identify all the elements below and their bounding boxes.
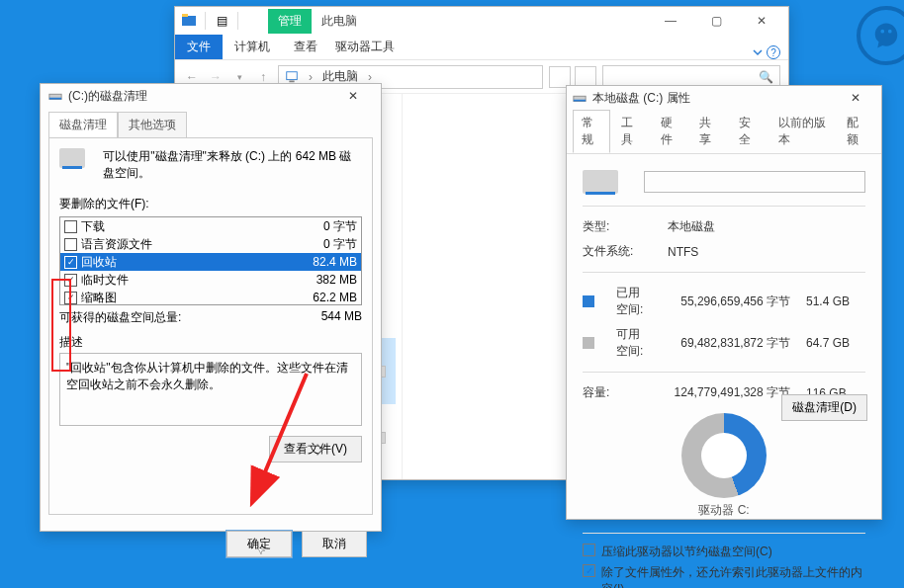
explorer-icon xyxy=(179,11,199,31)
props-title: 本地磁盘 (C:) 属性 xyxy=(592,90,690,107)
minimize-button[interactable]: — xyxy=(648,9,693,33)
file-checkbox[interactable]: ✓ xyxy=(64,256,77,269)
close-button[interactable]: ✕ xyxy=(739,9,784,33)
cleanup-icon xyxy=(48,89,62,103)
explorer-titlebar: ▤ 管理 此电脑 — ▢ ✕ xyxy=(175,7,788,35)
tab-quota[interactable]: 配额 xyxy=(838,110,875,153)
description-box: "回收站"包含你从计算机中删除的文件。这些文件在清空回收站之前不会永久删除。 xyxy=(59,353,362,426)
pc-icon xyxy=(285,70,299,84)
svg-rect-14 xyxy=(574,100,586,102)
cleanup-drive-icon xyxy=(59,148,85,168)
tab-general[interactable]: 常规 xyxy=(573,110,610,153)
svg-rect-2 xyxy=(287,71,298,79)
cleanup-ok-button[interactable]: 确定 xyxy=(226,531,292,557)
index-checkbox-row[interactable]: ✓ 除了文件属性外，还允许索引此驱动器上文件的内容(I) xyxy=(583,562,865,588)
cleanup-description: 可以使用"磁盘清理"来释放 (C:) 上的 642 MB 磁盘空间。 xyxy=(103,148,362,182)
props-close-button[interactable]: ✕ xyxy=(836,91,875,105)
file-row[interactable]: ✓缩略图62.2 MB xyxy=(60,289,361,305)
compress-checkbox-row[interactable]: 压缩此驱动器以节约磁盘空间(C) xyxy=(583,542,865,562)
cursor-icon xyxy=(256,545,266,554)
tab-security[interactable]: 安全 xyxy=(730,110,768,153)
disk-cleanup-dialog: (C:)的磁盘清理 ✕ 磁盘清理 其他选项 可以使用"磁盘清理"来释放 (C:)… xyxy=(40,83,382,532)
svg-rect-3 xyxy=(289,80,294,82)
svg-rect-0 xyxy=(182,16,196,26)
drive-icon xyxy=(573,91,587,105)
view-files-button[interactable]: 查看文件(V) xyxy=(269,436,362,462)
svg-rect-1 xyxy=(182,14,188,17)
index-checkbox[interactable]: ✓ xyxy=(583,564,595,577)
drive-properties-dialog: 本地磁盘 (C:) 属性 ✕ 常规 工具 硬件 共享 安全 以前的版本 配额 类… xyxy=(566,85,882,520)
tab-view[interactable]: 查看 xyxy=(282,35,329,59)
tab-previous[interactable]: 以前的版本 xyxy=(769,110,836,153)
cleanup-tab-main[interactable]: 磁盘清理 xyxy=(48,112,118,137)
cleanup-cancel-button[interactable]: 取消 xyxy=(302,531,367,557)
tab-drive-tools[interactable]: 驱动器工具 xyxy=(329,35,407,59)
drive-thumb-icon xyxy=(583,170,618,194)
cleanup-tab-other[interactable]: 其他选项 xyxy=(118,112,187,137)
file-checkbox[interactable] xyxy=(64,238,77,251)
disk-cleanup-button[interactable]: 磁盘清理(D) xyxy=(781,394,867,421)
file-checkbox[interactable] xyxy=(64,220,77,233)
driver-label: 驱动器 C: xyxy=(583,502,865,519)
total-recoverable: 544 MB xyxy=(321,309,362,326)
free-color-swatch xyxy=(583,337,594,349)
window-title: 此电脑 xyxy=(321,13,357,30)
usage-donut-chart xyxy=(681,413,767,498)
desktop-corner-badge xyxy=(857,6,904,65)
cleanup-close-button[interactable]: ✕ xyxy=(333,89,373,103)
help-icon[interactable]: ? xyxy=(767,45,780,59)
explorer-ribbon-tabs: 文件 计算机 查看 驱动器工具 ? xyxy=(175,35,788,60)
props-tabs: 常规 工具 硬件 共享 安全 以前的版本 配额 xyxy=(567,110,881,154)
tab-computer[interactable]: 计算机 xyxy=(223,35,282,59)
compress-checkbox[interactable] xyxy=(583,544,595,556)
svg-rect-16 xyxy=(49,98,61,100)
maximize-button[interactable]: ▢ xyxy=(693,9,739,33)
tab-hardware[interactable]: 硬件 xyxy=(652,110,689,153)
file-row[interactable]: 语言资源文件0 字节 xyxy=(60,235,361,253)
file-list[interactable]: 下载0 字节语言资源文件0 字节✓回收站82.4 MB✓临时文件382 MB✓缩… xyxy=(59,216,362,305)
file-list-label: 要删除的文件(F): xyxy=(59,196,362,212)
file-row[interactable]: ✓回收站82.4 MB xyxy=(60,253,361,271)
used-color-swatch xyxy=(583,295,594,307)
file-checkbox[interactable]: ✓ xyxy=(64,292,77,304)
tab-tools[interactable]: 工具 xyxy=(612,110,650,153)
file-checkbox[interactable]: ✓ xyxy=(64,274,77,287)
tab-sharing[interactable]: 共享 xyxy=(690,110,728,153)
ribbon-expand[interactable]: ? xyxy=(753,45,788,59)
cleanup-title: (C:)的磁盘清理 xyxy=(68,88,147,105)
tab-file[interactable]: 文件 xyxy=(175,35,223,59)
quickaccess-icon[interactable]: ▤ xyxy=(212,11,231,31)
file-row[interactable]: 下载0 字节 xyxy=(60,217,361,235)
drive-label-input[interactable] xyxy=(644,171,865,193)
manage-tab[interactable]: 管理 xyxy=(268,9,312,34)
file-row[interactable]: ✓临时文件382 MB xyxy=(60,271,361,289)
